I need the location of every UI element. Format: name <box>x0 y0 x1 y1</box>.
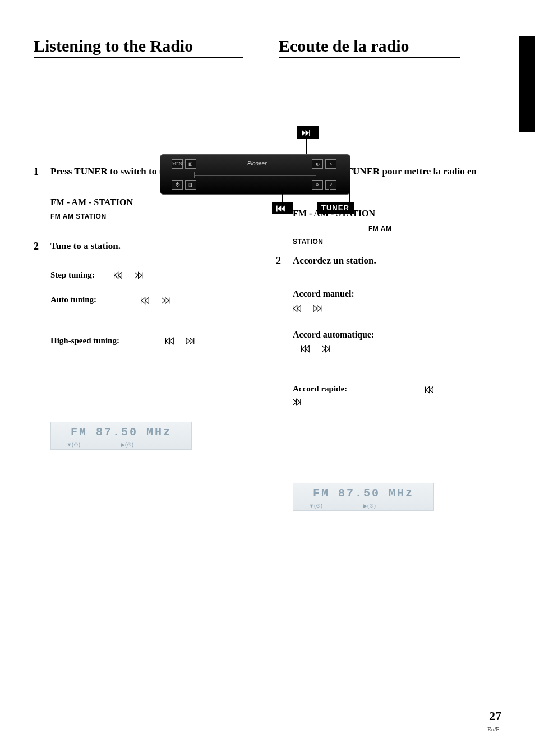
step-number: 2 <box>34 241 50 347</box>
svg-marker-39 <box>293 399 297 405</box>
svg-marker-5 <box>281 205 285 211</box>
step-tuning-label: Step tuning: <box>50 270 95 279</box>
svg-marker-34 <box>326 346 330 352</box>
svg-rect-41 <box>300 399 301 405</box>
tuning-scale <box>194 172 316 178</box>
svg-marker-13 <box>141 297 145 303</box>
svg-marker-20 <box>170 338 174 344</box>
svg-rect-23 <box>194 338 195 344</box>
svg-marker-38 <box>430 386 433 393</box>
svg-marker-32 <box>306 346 310 352</box>
step-title: Accordez un station. <box>293 255 501 266</box>
svg-marker-15 <box>162 297 165 303</box>
device-illustration: MENU ◧ Pioneer ◐ ∧ ⏻ ◨ ✲ ∨ TUNER <box>160 154 350 195</box>
svg-rect-29 <box>321 305 321 311</box>
lcd-readout: FM 87.50 MHz <box>51 426 191 439</box>
step-title: Tune to a station. <box>50 241 259 252</box>
band-caps: FM AM STATION <box>50 213 107 220</box>
svg-rect-11 <box>142 273 142 279</box>
svg-marker-14 <box>145 297 149 303</box>
svg-marker-21 <box>186 338 190 344</box>
svg-marker-27 <box>313 305 317 311</box>
power-button-icon: ⏻ <box>172 180 183 190</box>
svg-rect-35 <box>329 346 330 352</box>
previous-icon <box>425 386 437 394</box>
previous-icon <box>165 337 178 345</box>
svg-marker-4 <box>278 205 282 211</box>
forward-icon <box>302 129 314 137</box>
title-row: Listening to the Radio Ecoute de la radi… <box>34 36 501 58</box>
auto-tuning-label: Auto tuning: <box>50 295 96 304</box>
svg-marker-22 <box>190 338 194 344</box>
brand-label: Pioneer <box>247 160 266 167</box>
manual-tuning-label: Accord manuel: <box>293 289 501 299</box>
previous-icon <box>276 205 289 213</box>
next-icon <box>313 305 326 312</box>
svg-marker-28 <box>317 305 321 311</box>
svg-marker-7 <box>114 273 118 279</box>
step-number: 1 <box>34 166 50 223</box>
previous-icon <box>293 305 305 312</box>
high-speed-tuning-label: High-speed tuning: <box>50 336 119 345</box>
svg-marker-9 <box>135 273 139 279</box>
menu-button-icon: MENU <box>172 159 183 169</box>
previous-icon <box>301 345 313 353</box>
down-button-icon: ∨ <box>325 180 336 190</box>
svg-marker-19 <box>167 338 170 344</box>
play-icon: ▶(⏲) <box>121 442 133 448</box>
lcd-readout: FM 87.50 MHz <box>293 487 433 500</box>
device-button-icon: ◧ <box>185 159 196 169</box>
step-number: 2 <box>276 255 293 408</box>
svg-rect-17 <box>169 297 169 303</box>
svg-marker-16 <box>165 297 169 303</box>
rapid-tuning-label: Accord rapide: <box>293 384 347 393</box>
edge-tab <box>519 36 535 132</box>
next-icon <box>135 271 147 279</box>
callout-forward-label <box>297 126 319 139</box>
svg-marker-40 <box>297 399 301 405</box>
auto-tuning-label: Accord automatique: <box>293 330 501 340</box>
play-icon: ▶(⏲) <box>363 503 376 509</box>
callout-previous-label <box>272 202 293 214</box>
up-button-icon: ∧ <box>325 159 336 169</box>
svg-marker-8 <box>118 273 122 279</box>
svg-marker-25 <box>293 305 297 311</box>
previous-icon <box>141 297 153 305</box>
band-cycle-label: FM - AM - STATION <box>50 197 259 208</box>
page-number-value: 27 <box>487 709 501 723</box>
timer-icon: ▼(⏲) <box>309 503 322 509</box>
next-icon <box>186 337 199 345</box>
device-button-icon: ✲ <box>312 180 323 190</box>
svg-marker-1 <box>306 130 310 136</box>
previous-icon <box>114 271 126 279</box>
svg-rect-3 <box>276 205 278 211</box>
page-number: 27 En/Fr <box>487 709 501 734</box>
svg-marker-31 <box>302 346 306 352</box>
band-caps: STATION <box>293 238 323 246</box>
lcd-display: FM 87.50 MHz ▼(⏲) ▶(⏲) <box>50 422 192 450</box>
svg-rect-2 <box>309 130 310 136</box>
callout-tuner-label: TUNER <box>317 202 354 214</box>
manual-page: Listening to the Radio Ecoute de la radi… <box>0 0 535 756</box>
left-column: 1 Press TUNER to switch to tuner mode. F… <box>34 159 259 528</box>
lcd-display: FM 87.50 MHz ▼(⏲) ▶(⏲) <box>293 483 434 511</box>
next-icon <box>293 398 305 406</box>
svg-marker-33 <box>322 346 326 352</box>
timer-icon: ▼(⏲) <box>67 442 80 448</box>
title-right: Ecoute de la radio <box>279 36 409 58</box>
device-button-icon: ◨ <box>185 180 196 190</box>
svg-marker-0 <box>302 130 306 136</box>
next-icon <box>322 345 334 353</box>
next-icon <box>162 297 174 305</box>
device-button-icon: ◐ <box>312 159 323 169</box>
right-column: 1 Appuyez sur TUNER pour mettre la radio… <box>276 159 501 528</box>
page-lang-label: En/Fr <box>487 726 501 732</box>
svg-marker-37 <box>426 386 430 393</box>
band-caps: FM AM <box>368 225 391 233</box>
svg-marker-26 <box>297 305 301 311</box>
title-left: Listening to the Radio <box>34 36 193 58</box>
content-columns: 1 Press TUNER to switch to tuner mode. F… <box>34 159 501 528</box>
svg-marker-10 <box>138 273 142 279</box>
